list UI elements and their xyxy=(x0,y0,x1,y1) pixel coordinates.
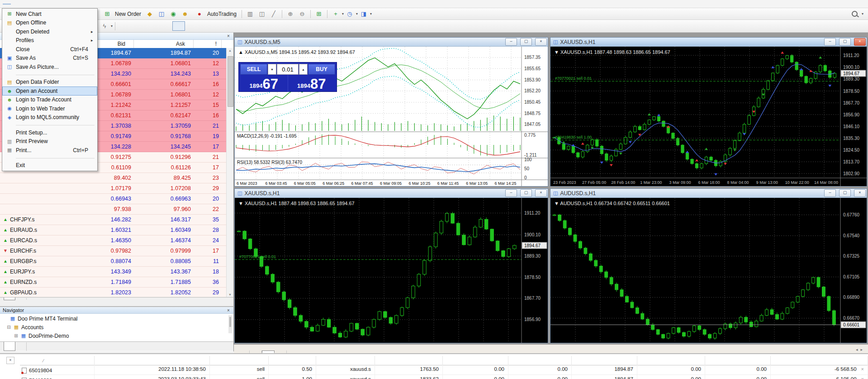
indicators-dropdown-icon[interactable]: ▾ xyxy=(342,12,344,16)
buy-button[interactable]: BUY xyxy=(308,64,335,75)
menu-item[interactable] xyxy=(11,4,19,5)
close-button[interactable]: × xyxy=(854,189,866,197)
terminal-column-header[interactable] xyxy=(95,356,210,365)
navigator-tree-item[interactable]: ⊞ ▦ DooPrime-Demo xyxy=(0,331,226,340)
periods-dropdown-icon[interactable]: ▾ xyxy=(356,12,358,16)
chart-window-titlebar[interactable]: ◫ XAUUSD.s,M5 – ▢ × xyxy=(235,38,548,47)
ohlc-info-line[interactable]: ▼ XAUUSD.s,H1 1887.48 1898.63 1886.65 18… xyxy=(554,49,670,55)
navigator-tree-item[interactable]: ⊟ ▦ Accounts xyxy=(0,323,226,331)
navigator-scrollbar[interactable] xyxy=(228,315,232,333)
community-icon[interactable]: ☻ xyxy=(180,9,190,19)
minimize-button[interactable]: – xyxy=(824,189,836,197)
timeframe-button[interactable] xyxy=(159,21,171,31)
market-watch-row[interactable]: 1.07179 1.07208 29 xyxy=(0,183,226,194)
file-menu-item[interactable]: Save As Picture... xyxy=(2,62,97,72)
timeframe-button[interactable] xyxy=(118,21,131,31)
terminal-column-header[interactable] xyxy=(316,356,375,365)
market-watch-scrollbar[interactable]: ▲ ▼ xyxy=(226,48,233,297)
file-menu-item[interactable]: Login to Trade Account xyxy=(2,96,97,105)
navigator-tab[interactable] xyxy=(4,342,15,351)
chart-window-titlebar[interactable]: ◫ AUDUSD.s,H1 – ▢ × xyxy=(550,189,867,198)
menu-item[interactable] xyxy=(28,4,37,5)
market-watch-tab[interactable] xyxy=(15,298,27,300)
candlestick-chart-icon[interactable]: ◫ xyxy=(256,9,267,19)
market-watch-row[interactable]: ▼EURCHF.s 0.97982 0.97999 17 xyxy=(0,246,226,256)
ohlc-info-line[interactable]: ▼ AUDUSD.s,H1 0.66734 0.66742 0.66511 0.… xyxy=(554,201,670,206)
navigator-tab[interactable] xyxy=(15,342,27,351)
volume-decrease-button[interactable]: ▼ xyxy=(268,64,276,75)
terminal-column-header[interactable] xyxy=(705,356,771,365)
market-watch-row[interactable]: ▲EURCAD.s 1.46350 1.46374 24 xyxy=(0,235,226,246)
tree-expand-icon[interactable]: ⊞ xyxy=(14,333,19,338)
market-watch-row[interactable]: ▲CHFJPY.s 146.282 146.317 35 xyxy=(0,215,226,225)
column-header-ask[interactable]: Ask xyxy=(134,40,194,48)
column-header-bid[interactable]: Bid xyxy=(95,40,134,48)
market-watch-row[interactable]: ▲EURAUD.s 1.60321 1.60349 28 xyxy=(0,225,226,235)
market-watch-row[interactable]: ▲GBPAUD.s 1.82023 1.82052 29 xyxy=(0,288,226,297)
terminal-column-header[interactable] xyxy=(443,356,508,365)
column-header-spread[interactable]: ! xyxy=(194,40,222,48)
new-order-button[interactable]: ⊞New Order xyxy=(99,8,144,20)
chart-window-titlebar[interactable]: ◫ XAUUSD.s,H1 – ▢ × xyxy=(550,38,867,47)
restore-button[interactable]: ▢ xyxy=(839,189,851,197)
navigator-tree-item[interactable]: ▦ Doo Prime MT4 Terminal xyxy=(0,314,226,323)
menu-item[interactable] xyxy=(54,4,62,5)
timeframe-button[interactable] xyxy=(213,21,226,31)
file-menu-item[interactable]: Open Offline xyxy=(2,19,97,28)
minimize-button[interactable]: – xyxy=(824,38,836,46)
tile-windows-icon[interactable]: ⊞ xyxy=(313,9,324,19)
market-watch-row[interactable]: 89.402 89.425 23 xyxy=(0,173,226,183)
market-watch-tab[interactable] xyxy=(4,297,15,300)
terminal-column-header[interactable] xyxy=(375,356,443,365)
file-menu-item[interactable]: Login to Web Trader xyxy=(2,104,97,113)
market-watch-row[interactable]: ▲EURGBP.s 0.88074 0.88085 11 xyxy=(0,256,226,267)
scroll-up-icon[interactable]: ▲ xyxy=(228,49,232,52)
volume-input[interactable] xyxy=(277,64,299,75)
file-menu-item[interactable] xyxy=(16,72,95,75)
order-row[interactable]: 70419830 2023.03.10 03:33:43 sell 1.00 x… xyxy=(20,375,868,379)
xauusd-h1-small-chart-canvas[interactable]: 1911.201900.101889.301878.501867.701856.… xyxy=(235,198,548,343)
search-icon[interactable] xyxy=(852,11,858,17)
menu-item[interactable] xyxy=(46,4,54,5)
zoom-out-icon[interactable]: ⊖ xyxy=(297,9,308,19)
autotrading-button[interactable]: ●AutoTrading xyxy=(191,8,239,20)
expert-advisors-icon[interactable]: ◆ xyxy=(144,9,155,19)
sell-button[interactable]: SELL xyxy=(240,64,267,75)
close-button[interactable]: × xyxy=(535,38,547,46)
terminal-column-header[interactable] xyxy=(20,356,95,365)
minimize-button[interactable]: – xyxy=(505,189,517,197)
timeframe-button[interactable] xyxy=(132,21,144,31)
menu-item[interactable] xyxy=(3,4,11,5)
order-row[interactable]: 65019804 2022.11.18 10:38:50 sell 0.50 x… xyxy=(20,365,868,375)
chart-window-xauusd-h1-small[interactable]: ◫ XAUUSD.s,H1 – ▢ × ▼ XAUUSD.s,H1 1887.4… xyxy=(234,188,548,343)
terminal-column-header[interactable] xyxy=(637,356,705,365)
market-watch-close-icon[interactable]: × xyxy=(225,34,232,38)
chart-window-audusd-h1[interactable]: ◫ AUDUSD.s,H1 – ▢ × ▼ AUDUSD.s,H1 0.6673… xyxy=(550,188,867,343)
scrollbar-thumb[interactable] xyxy=(228,56,233,107)
audusd-h1-chart-canvas[interactable]: 0.677600.675400.673250.671050.668900.666… xyxy=(550,198,867,343)
indicators-icon[interactable]: + xyxy=(330,9,341,19)
tabs-scroll-right-icon[interactable]: ▸ xyxy=(860,347,865,352)
periods-icon[interactable]: ◷ xyxy=(344,9,355,19)
menu-item[interactable] xyxy=(20,4,28,5)
timeframe-button[interactable] xyxy=(145,21,158,31)
chart-window-xauusd-h1-main[interactable]: ◫ XAUUSD.s,H1 – ▢ × ▼ XAUUSD.s,H1 1887.4… xyxy=(550,37,867,187)
market-watch-row[interactable]: ▲EURJPY.s 143.349 143.367 18 xyxy=(0,267,226,277)
ohlc-info-line[interactable]: ▼ XAUUSD.s,H1 1887.48 1898.63 1886.65 18… xyxy=(238,201,355,206)
sell-price[interactable]: 189467 xyxy=(240,75,288,92)
market-watch-row[interactable]: 0.66943 0.66963 20 xyxy=(0,194,226,204)
line-studies-dropdown-icon[interactable]: ▾ xyxy=(111,24,113,28)
tree-expand-icon[interactable]: ⊟ xyxy=(6,325,11,330)
volume-increase-button[interactable]: ▲ xyxy=(299,64,308,75)
close-button[interactable]: × xyxy=(854,38,866,46)
buy-price[interactable]: 189487 xyxy=(288,75,336,92)
terminal-column-header[interactable] xyxy=(771,356,868,365)
restore-button[interactable]: ▢ xyxy=(520,38,532,46)
timeframe-button[interactable] xyxy=(172,21,185,31)
file-menu-item[interactable] xyxy=(16,122,95,125)
navigator-close-icon[interactable]: × xyxy=(225,308,232,313)
toolbar-overflow-dropdown-icon[interactable]: ▾ xyxy=(862,12,863,16)
line-studies-icon[interactable]: ϟ xyxy=(99,21,110,31)
zoom-in-icon[interactable]: ⊕ xyxy=(285,9,296,19)
file-menu-item[interactable]: Exit xyxy=(2,161,97,170)
